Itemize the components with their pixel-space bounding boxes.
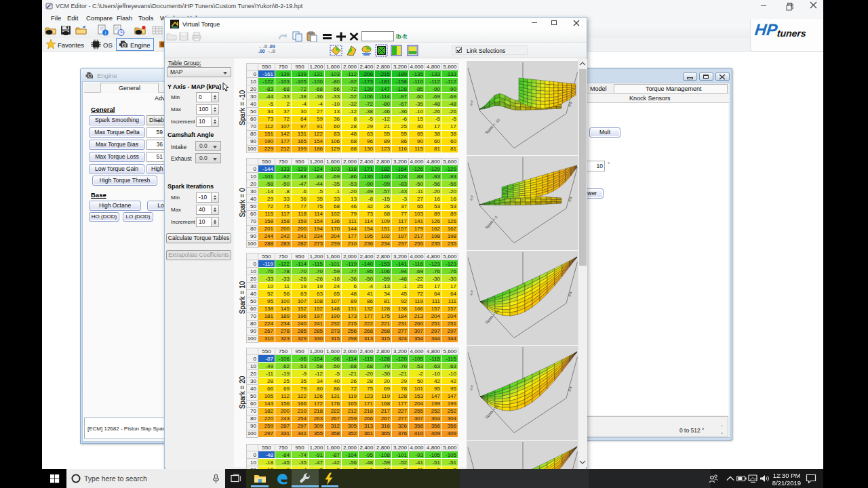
svg-text:12:30 PM: 12:30 PM [773, 472, 801, 479]
svg-text:8/21/2019: 8/21/2019 [772, 479, 801, 487]
